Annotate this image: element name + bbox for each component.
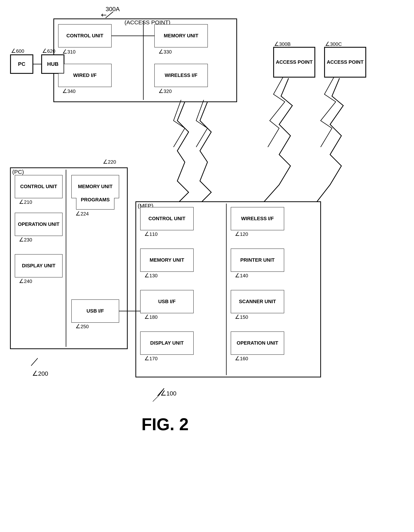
ref-200: ∠200 [32,370,48,377]
ap-wireless-if-box: WIRELESS I/F [155,64,207,87]
figure-label: FIG. 2 [142,415,189,434]
ref-300b: ∠300B [274,40,291,47]
pc-display-unit-box: DISPLAY UNIT [15,255,62,277]
mfp-display-unit-box: DISPLAY UNIT [141,332,193,354]
ref-240: ∠240 [19,278,32,284]
ref-110: ∠110 [144,231,157,237]
ref-170: ∠170 [144,355,157,361]
ref-180: ∠180 [144,314,157,320]
pc-control-unit-box: CONTROL UNIT [15,175,62,198]
mfp-printer-unit-box: PRINTER UNIT [231,249,284,271]
ref-130: ∠130 [144,272,157,279]
ref-100: ∠100 [160,389,176,397]
hub-box: HUB [41,55,64,74]
svg-line-35 [153,396,158,401]
ref-300a: 300A [106,6,120,13]
ap-control-unit-box: CONTROL UNIT [58,25,111,47]
ref-140: ∠140 [235,272,248,279]
ref-250: ∠250 [76,323,89,330]
mfp-scanner-unit-box: SCANNER UNIT [231,290,284,313]
ref-220: ∠220 [103,158,116,165]
ref-230: ∠230 [19,236,32,243]
ref-330: ∠330 [158,48,172,55]
ref-120: ∠120 [235,231,248,237]
ap-memory-unit-box: MEMORY UNIT [155,25,207,47]
ref-224: ∠224 [76,210,89,217]
ref-600: ∠600 [11,48,24,54]
mfp-wireless-if-box: WIRELESS I/F [231,207,284,230]
ref-310: ∠310 [62,48,76,55]
ref-340: ∠340 [62,88,76,94]
access-point-b-box: ACCESS POINT [273,47,315,77]
ref-210: ∠210 [19,199,32,205]
svg-line-37 [31,358,38,366]
mfp-operation-unit-box: OPERATION UNIT [231,332,284,354]
ap-wired-if-box: WIRED I/F [58,64,111,87]
ref-300c: ∠300C [325,40,342,47]
mfp-memory-unit-box: MEMORY UNIT [141,249,193,271]
mfp-usb-if-box: USB I/F [141,290,193,313]
access-point-c-box: ACCESS POINT [324,47,366,77]
pc-section-label: (PC) [12,169,24,175]
diagram-container: 300A ↗ (ACCESS POINT) CONTROL UNIT ∠310 … [0,0,414,532]
mfp-control-unit-box: CONTROL UNIT [141,207,193,230]
ref-320: ∠320 [158,88,172,94]
pc-operation-unit-box: OPERATION UNIT [15,213,62,236]
ref-150: ∠150 [235,314,248,320]
ref-160: ∠160 [235,355,248,361]
pc-programs-box: PROGRAMS [76,190,114,209]
ref-620: ∠620 [42,48,55,54]
pc-usb-if-box: USB I/F [72,300,119,322]
pc-small-box: PC [10,55,33,74]
